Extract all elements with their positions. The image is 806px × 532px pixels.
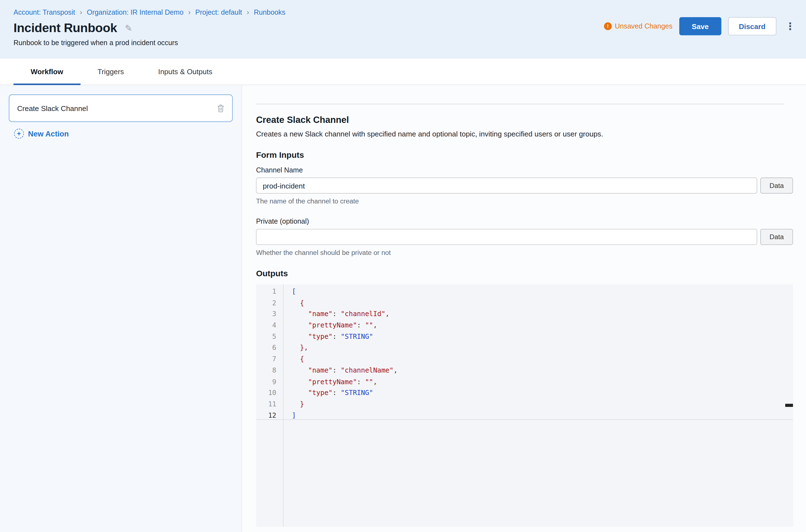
private-data-button[interactable]: Data bbox=[760, 229, 793, 245]
tab-bar: Workflow Triggers Inputs & Outputs bbox=[0, 59, 806, 85]
line-number: 10 bbox=[256, 387, 283, 399]
line-number: 9 bbox=[256, 376, 283, 387]
line-number: 4 bbox=[256, 320, 283, 331]
code-line-text: "name": "channelName", bbox=[283, 365, 398, 376]
private-input-row: Data bbox=[256, 229, 793, 245]
page-title: Incident Runbook bbox=[14, 21, 117, 35]
line-number: 6 bbox=[256, 342, 283, 354]
breadcrumb-runbooks[interactable]: Runbooks bbox=[254, 8, 285, 16]
unsaved-changes-label: Unsaved Changes bbox=[615, 22, 673, 30]
workflow-actions-panel: Create Slack Channel + New Action bbox=[0, 85, 242, 532]
private-label: Private (optional) bbox=[256, 217, 793, 225]
content-area: Create Slack Channel + New Action Create… bbox=[0, 85, 806, 532]
unsaved-changes-indicator: ! Unsaved Changes bbox=[604, 22, 673, 30]
action-card-label: Create Slack Channel bbox=[17, 104, 88, 112]
channel-name-label: Channel Name bbox=[256, 166, 793, 174]
plus-glyph: + bbox=[17, 130, 21, 137]
code-line: 11 } bbox=[256, 399, 793, 410]
channel-name-field: Channel Name Data The name of the channe… bbox=[256, 166, 793, 205]
code-line: 4 "prettyName": "", bbox=[256, 320, 793, 331]
private-help: Whether the channel should be private or… bbox=[256, 249, 793, 256]
code-line-text: "prettyName": "", bbox=[283, 320, 377, 331]
code-line: 2 { bbox=[256, 297, 793, 309]
code-line-text: "name": "channelId", bbox=[283, 308, 389, 320]
edit-title-icon[interactable]: ✎ bbox=[125, 23, 132, 34]
breadcrumb-separator: › bbox=[80, 8, 82, 16]
gutter-divider bbox=[283, 285, 283, 527]
line-number: 3 bbox=[256, 308, 283, 320]
plus-icon: + bbox=[14, 129, 24, 139]
editor-divider-line bbox=[256, 419, 793, 420]
breadcrumb-account[interactable]: Account: Transposit bbox=[14, 8, 75, 16]
breadcrumb-organization[interactable]: Organization: IR Internal Demo bbox=[87, 8, 184, 16]
tab-triggers-label: Triggers bbox=[97, 68, 124, 76]
detail-divider bbox=[256, 104, 784, 104]
scrollbar-thumb[interactable] bbox=[785, 404, 793, 407]
code-line: 10 "type": "STRING" bbox=[256, 387, 793, 399]
breadcrumb: Account: Transposit › Organization: IR I… bbox=[14, 8, 793, 16]
breadcrumb-separator: › bbox=[247, 8, 249, 16]
warning-icon: ! bbox=[604, 22, 611, 30]
code-line-text: "type": "STRING" bbox=[283, 331, 373, 342]
action-card[interactable]: Create Slack Channel bbox=[9, 94, 233, 122]
line-number: 5 bbox=[256, 331, 283, 342]
tab-workflow-label: Workflow bbox=[31, 68, 63, 76]
action-title: Create Slack Channel bbox=[256, 115, 793, 126]
code-line-text: "type": "STRING" bbox=[283, 387, 373, 399]
tab-workflow[interactable]: Workflow bbox=[14, 59, 80, 85]
page-subtitle: Runbook to be triggered when a prod inci… bbox=[14, 39, 793, 47]
code-line-text: { bbox=[283, 354, 304, 365]
kebab-menu-icon[interactable]: ⋮ bbox=[783, 21, 798, 31]
header-actions: ! Unsaved Changes Save Discard ⋮ bbox=[604, 17, 797, 35]
channel-name-help: The name of the channel to create bbox=[256, 197, 793, 205]
line-number: 7 bbox=[256, 354, 283, 365]
action-detail-panel: Create Slack Channel Creates a new Slack… bbox=[242, 85, 806, 532]
outputs-heading: Outputs bbox=[256, 269, 793, 278]
code-lines: 1[2 {3 "name": "channelId",4 "prettyName… bbox=[256, 286, 793, 421]
code-line: 8 "name": "channelName", bbox=[256, 365, 793, 376]
code-line: 3 "name": "channelId", bbox=[256, 308, 793, 320]
private-field: Private (optional) Data Whether the chan… bbox=[256, 217, 793, 256]
channel-name-data-button[interactable]: Data bbox=[760, 177, 793, 193]
code-line-text: }, bbox=[283, 342, 308, 354]
tab-inputs-outputs[interactable]: Inputs & Outputs bbox=[141, 59, 229, 85]
delete-action-icon[interactable] bbox=[217, 104, 224, 112]
code-line: 1[ bbox=[256, 286, 793, 297]
breadcrumb-separator: › bbox=[188, 8, 190, 16]
save-button[interactable]: Save bbox=[679, 17, 721, 35]
code-line-text: [ bbox=[283, 286, 296, 297]
code-line: 6 }, bbox=[256, 342, 793, 354]
code-line: 5 "type": "STRING" bbox=[256, 331, 793, 342]
tab-inputs-outputs-label: Inputs & Outputs bbox=[158, 68, 213, 76]
new-action-button[interactable]: + New Action bbox=[14, 129, 233, 139]
tab-triggers[interactable]: Triggers bbox=[80, 59, 141, 85]
line-number: 2 bbox=[256, 297, 283, 309]
breadcrumb-project[interactable]: Project: default bbox=[195, 8, 242, 16]
discard-button[interactable]: Discard bbox=[728, 17, 776, 35]
app-window: Account: Transposit › Organization: IR I… bbox=[0, 0, 806, 532]
new-action-label: New Action bbox=[28, 130, 69, 138]
form-inputs-heading: Form Inputs bbox=[256, 151, 793, 160]
channel-name-input-row: Data bbox=[256, 177, 793, 193]
line-number: 11 bbox=[256, 399, 283, 410]
action-description: Creates a new Slack channel with specifi… bbox=[256, 130, 793, 138]
line-number: 8 bbox=[256, 365, 283, 376]
page-header: Account: Transposit › Organization: IR I… bbox=[0, 0, 806, 59]
code-line-text: } bbox=[283, 399, 304, 410]
channel-name-input[interactable] bbox=[256, 177, 757, 193]
code-line: 9 "prettyName": "", bbox=[256, 376, 793, 387]
code-line: 7 { bbox=[256, 354, 793, 365]
code-line-text: { bbox=[283, 297, 304, 309]
line-number: 1 bbox=[256, 286, 283, 297]
code-line-text: "prettyName": "", bbox=[283, 376, 377, 387]
outputs-code-editor[interactable]: 1[2 {3 "name": "channelId",4 "prettyName… bbox=[256, 285, 793, 527]
private-input[interactable] bbox=[256, 229, 757, 245]
